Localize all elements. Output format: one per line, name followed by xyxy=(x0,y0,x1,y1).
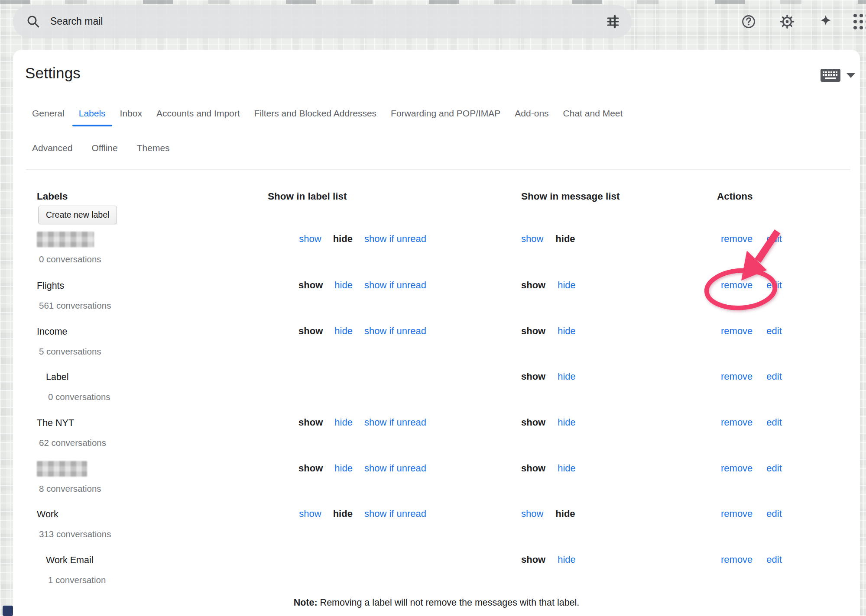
remove-link[interactable]: remove xyxy=(721,508,752,519)
label-row-work: Work 313 conversations show hide show if… xyxy=(0,508,866,551)
tab-add-ons[interactable]: Add-ons xyxy=(515,108,548,126)
hide-option[interactable]: hide xyxy=(334,326,353,337)
hide-option[interactable]: hide xyxy=(558,417,576,428)
label-name: Flights xyxy=(37,281,64,291)
tab-chat-and-meet[interactable]: Chat and Meet xyxy=(563,108,623,126)
search-input[interactable]: Search mail xyxy=(13,5,632,38)
hide-option: hide xyxy=(555,233,575,245)
show-option: show xyxy=(521,280,545,291)
tab-general[interactable]: General xyxy=(32,108,65,126)
edit-link[interactable]: edit xyxy=(766,508,782,519)
show-if-unread-option[interactable]: show if unread xyxy=(364,326,426,337)
hide-option[interactable]: hide xyxy=(334,463,353,474)
remove-link[interactable]: remove xyxy=(721,417,752,428)
redacted-label-name xyxy=(37,232,94,247)
label-name: The NYT xyxy=(37,418,74,429)
label-count: 1 conversation xyxy=(48,575,106,585)
keyboard-icon xyxy=(820,68,841,82)
show-if-unread-option[interactable]: show if unread xyxy=(364,463,426,474)
note-body: Removing a label will not remove the mes… xyxy=(318,597,580,608)
hide-option[interactable]: hide xyxy=(558,280,576,291)
edit-link[interactable]: edit xyxy=(766,463,782,474)
show-option: show xyxy=(521,371,545,382)
tab-inbox[interactable]: Inbox xyxy=(120,108,142,126)
label-name: Work xyxy=(37,509,58,520)
show-if-unread-option[interactable]: show if unread xyxy=(364,233,426,245)
label-count: 561 conversations xyxy=(39,300,111,311)
edit-link[interactable]: edit xyxy=(766,554,782,565)
wallpaper-artifact xyxy=(3,606,13,616)
show-option[interactable]: show xyxy=(521,233,543,245)
remove-link[interactable]: remove xyxy=(721,463,752,474)
remove-link[interactable]: remove xyxy=(721,326,752,337)
hide-option[interactable]: hide xyxy=(558,371,576,382)
label-count: 62 conversations xyxy=(39,438,106,448)
edit-link[interactable]: edit xyxy=(766,233,782,245)
redacted-label-name xyxy=(37,461,87,477)
input-tools-selector[interactable] xyxy=(820,68,855,82)
column-header-message-list: Show in message list xyxy=(521,191,620,202)
edit-link[interactable]: edit xyxy=(766,371,782,382)
remove-link[interactable]: remove xyxy=(721,554,752,565)
show-option: show xyxy=(298,326,323,337)
label-row-the-nyt: The NYT 62 conversations show hide show … xyxy=(0,417,866,460)
label-name: Work Email xyxy=(46,555,94,566)
label-row-work-email: Work Email 1 conversation show hide remo… xyxy=(0,554,866,597)
edit-link[interactable]: edit xyxy=(766,280,782,291)
remove-link[interactable]: remove xyxy=(721,233,752,245)
help-button[interactable] xyxy=(736,10,761,34)
gmail-settings-page: Search mail xyxy=(0,0,866,616)
show-option: show xyxy=(521,326,545,337)
hide-option[interactable]: hide xyxy=(334,417,353,428)
hide-option: hide xyxy=(555,508,575,519)
message-list-options: show hide xyxy=(521,371,576,382)
remove-link-flights[interactable]: remove xyxy=(721,280,752,291)
show-if-unread-option[interactable]: show if unread xyxy=(364,508,426,519)
show-if-unread-option[interactable]: show if unread xyxy=(364,280,426,291)
show-option: show xyxy=(521,463,545,474)
hide-option: hide xyxy=(333,233,353,245)
tab-forwarding-pop-imap[interactable]: Forwarding and POP/IMAP xyxy=(391,108,500,126)
tab-offline[interactable]: Offline xyxy=(91,143,117,161)
settings-tabs-row1: General Labels Inbox Accounts and Import… xyxy=(32,108,623,126)
help-icon xyxy=(741,14,756,29)
tab-filters-blocked[interactable]: Filters and Blocked Addresses xyxy=(254,108,376,126)
show-option[interactable]: show xyxy=(521,508,543,519)
hide-option[interactable]: hide xyxy=(558,554,576,565)
tune-icon[interactable] xyxy=(606,14,620,29)
footer-note: Note: Removing a label will not remove t… xyxy=(13,597,860,608)
message-list-options: show hide xyxy=(521,280,576,291)
apps-grid-icon[interactable] xyxy=(853,13,866,32)
search-placeholder: Search mail xyxy=(50,16,606,27)
label-count: 0 conversations xyxy=(39,254,101,264)
hide-option[interactable]: hide xyxy=(558,463,576,474)
label-list-options: show hide show if unread xyxy=(243,508,426,519)
show-if-unread-option[interactable]: show if unread xyxy=(364,417,426,428)
message-list-options: show hide xyxy=(521,417,576,428)
label-count: 313 conversations xyxy=(39,529,111,539)
edit-link[interactable]: edit xyxy=(766,417,782,428)
label-row-income: Income 5 conversations show hide show if… xyxy=(0,326,866,369)
create-new-label-button[interactable]: Create new label xyxy=(38,206,117,224)
remove-link[interactable]: remove xyxy=(721,371,752,382)
actions: remove edit xyxy=(721,280,782,291)
label-name: Label xyxy=(46,372,69,383)
actions: remove edit xyxy=(721,463,782,474)
message-list-options: show hide xyxy=(521,463,576,474)
hide-option[interactable]: hide xyxy=(558,326,576,337)
tab-advanced[interactable]: Advanced xyxy=(32,143,72,161)
label-count: 5 conversations xyxy=(39,346,101,357)
tab-themes[interactable]: Themes xyxy=(137,143,170,161)
hide-option: hide xyxy=(333,508,353,519)
edit-link[interactable]: edit xyxy=(766,326,782,337)
hide-option[interactable]: hide xyxy=(334,280,353,291)
settings-tabs-row2: Advanced Offline Themes xyxy=(32,143,170,161)
tab-accounts-import[interactable]: Accounts and Import xyxy=(156,108,240,126)
gear-icon xyxy=(779,13,795,30)
gemini-button[interactable] xyxy=(814,10,838,34)
sparkle-icon xyxy=(818,14,834,29)
show-option[interactable]: show xyxy=(299,233,321,245)
show-option[interactable]: show xyxy=(299,508,321,519)
settings-button[interactable] xyxy=(775,10,799,34)
tab-labels[interactable]: Labels xyxy=(79,108,106,126)
